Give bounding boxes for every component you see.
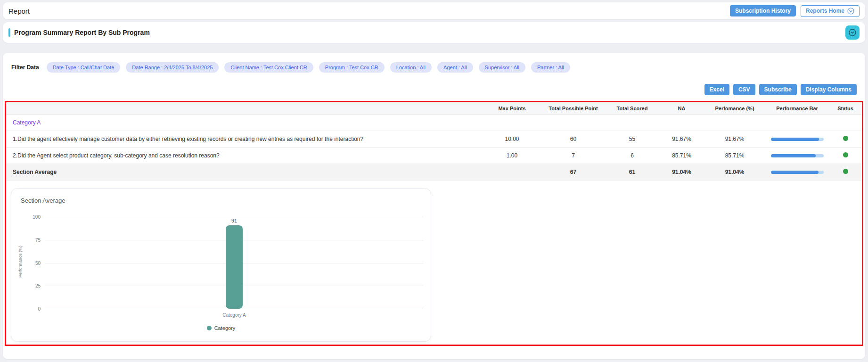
max-points-value bbox=[483, 170, 541, 174]
status-green-dot bbox=[843, 152, 848, 157]
report-content-card: Filter Data Date Type : Call/Chat Date D… bbox=[3, 53, 865, 359]
status-cell bbox=[829, 167, 862, 177]
col-question bbox=[6, 107, 483, 110]
status-green-dot bbox=[843, 169, 848, 174]
status-green-dot bbox=[843, 136, 848, 141]
bar-value-label: 91 bbox=[231, 218, 237, 223]
filter-chip-agent: Agent : All bbox=[437, 62, 473, 73]
top-bar: Report Subscription History Reports Home bbox=[3, 2, 865, 19]
performance-value: 91.04% bbox=[704, 167, 765, 177]
performance-value: 91.67% bbox=[704, 134, 765, 144]
filter-chip-date-range: Date Range : 2/4/2025 To 8/4/2025 bbox=[126, 62, 219, 73]
subscribe-button[interactable]: Subscribe bbox=[759, 84, 797, 95]
y-tick-75: 75 bbox=[35, 237, 41, 242]
section-average-label: Section Average bbox=[6, 167, 483, 177]
table-header-row: Max Points Total Possible Point Total Sc… bbox=[6, 102, 862, 115]
reports-home-button[interactable]: Reports Home bbox=[801, 5, 860, 17]
performance-bar-fill bbox=[771, 171, 819, 174]
gridline-0: 0 bbox=[45, 309, 423, 309]
report-title: Program Summary Report By Sub Program bbox=[14, 29, 150, 36]
page-title: Report bbox=[8, 7, 30, 15]
col-total-possible-point: Total Possible Point bbox=[541, 104, 605, 113]
col-total-scored: Total Scored bbox=[605, 104, 659, 113]
question-text: 2.Did the Agent select product category,… bbox=[6, 150, 483, 161]
na-value: 91.67% bbox=[659, 134, 704, 144]
y-tick-100: 100 bbox=[33, 214, 41, 220]
performance-bar-track bbox=[771, 138, 824, 141]
excel-button[interactable]: Excel bbox=[704, 84, 729, 95]
filter-chip-date-type: Date Type : Call/Chat Date bbox=[47, 62, 121, 73]
total-scored-value: 61 bbox=[605, 167, 659, 177]
category-row: Category A bbox=[6, 115, 862, 131]
total-scored-value: 6 bbox=[605, 150, 659, 161]
col-na: NA bbox=[659, 104, 704, 113]
col-max-points: Max Points bbox=[483, 104, 541, 113]
performance-value: 85.71% bbox=[704, 150, 765, 161]
y-axis-title: Performance (%) bbox=[18, 236, 23, 288]
filter-chip-program: Program : Test Cox CR bbox=[319, 62, 385, 73]
chart-plot-area: 100 75 50 25 0 91 bbox=[45, 217, 423, 309]
section-average-row: Section Average 67 61 91.04% 91.04% bbox=[6, 164, 862, 181]
performance-bar-track bbox=[771, 154, 824, 157]
total-scored-value: 55 bbox=[605, 134, 659, 144]
total-possible-value: 7 bbox=[541, 150, 605, 161]
y-tick-50: 50 bbox=[35, 260, 41, 265]
status-cell bbox=[829, 134, 862, 144]
top-bar-actions: Subscription History Reports Home bbox=[730, 5, 860, 17]
reports-home-label: Reports Home bbox=[806, 8, 844, 14]
y-tick-25: 25 bbox=[35, 283, 41, 288]
filter-chip-partner: Partner : All bbox=[531, 62, 570, 73]
table-row-question-2: 2.Did the Agent select product category,… bbox=[6, 148, 862, 164]
performance-bar-fill bbox=[771, 154, 816, 157]
chart-legend[interactable]: Category bbox=[11, 325, 431, 331]
highlighted-report-region: Max Points Total Possible Point Total Sc… bbox=[5, 101, 863, 346]
performance-bar bbox=[765, 136, 829, 143]
export-toolbar: Excel CSV Subscribe Display Columns bbox=[3, 77, 865, 100]
na-value: 91.04% bbox=[659, 167, 704, 177]
question-text: 1.Did the agent effectively manage custo… bbox=[6, 134, 483, 144]
collapse-button[interactable] bbox=[845, 25, 860, 40]
subscription-history-button[interactable]: Subscription History bbox=[730, 5, 796, 16]
na-value: 85.71% bbox=[659, 150, 704, 161]
total-possible-value: 67 bbox=[541, 167, 605, 177]
performance-bar-fill bbox=[771, 138, 819, 141]
filter-chip-location: Location : All bbox=[390, 62, 432, 73]
filter-row: Filter Data Date Type : Call/Chat Date D… bbox=[3, 53, 865, 77]
category-label: Category A bbox=[6, 117, 862, 128]
performance-bar bbox=[765, 169, 829, 176]
chart-title: Section Average bbox=[21, 197, 65, 204]
col-performance-bar: Performance Bar bbox=[765, 104, 829, 113]
filter-data-label: Filter Data bbox=[11, 64, 39, 71]
total-possible-value: 60 bbox=[541, 134, 605, 144]
col-status: Status bbox=[829, 104, 862, 113]
circle-chevron-down-icon bbox=[848, 28, 857, 37]
x-axis-category-label: Category A bbox=[45, 313, 423, 318]
filter-chip-supervisor: Supervisor : All bbox=[479, 62, 525, 73]
chart-bar-wrap: 91 bbox=[45, 217, 423, 309]
csv-button[interactable]: CSV bbox=[733, 84, 755, 95]
col-performance-pct: Perfomance (%) bbox=[704, 104, 765, 113]
section-average-chart-card: Section Average Performance (%) 100 75 5… bbox=[11, 188, 431, 342]
category-a-bar: 91 bbox=[226, 225, 243, 309]
filter-chip-client-name: Client Name : Test Cox Client CR bbox=[224, 62, 313, 73]
max-points-value: 1.00 bbox=[483, 150, 541, 161]
summary-table: Max Points Total Possible Point Total Sc… bbox=[6, 102, 862, 181]
legend-label: Category bbox=[214, 325, 236, 331]
status-cell bbox=[829, 150, 862, 161]
table-row-question-1: 1.Did the agent effectively manage custo… bbox=[6, 131, 862, 148]
legend-dot-icon bbox=[207, 326, 212, 330]
performance-bar bbox=[765, 152, 829, 159]
title-accent-bar bbox=[8, 28, 10, 37]
performance-bar-track bbox=[771, 171, 824, 174]
y-tick-0: 0 bbox=[38, 306, 41, 312]
report-title-bar: Program Summary Report By Sub Program bbox=[3, 22, 865, 43]
display-columns-button[interactable]: Display Columns bbox=[801, 84, 857, 95]
max-points-value: 10.00 bbox=[483, 134, 541, 144]
chevron-down-circle-icon bbox=[847, 8, 854, 15]
